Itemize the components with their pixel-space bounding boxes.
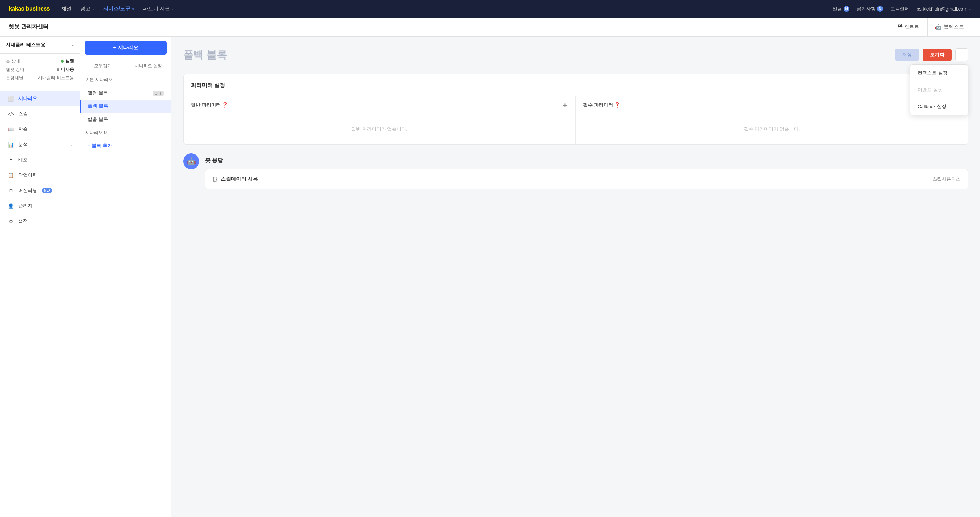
general-param-empty: 일반 파라미터가 없습니다. [183, 114, 575, 144]
nav-item-ad[interactable]: 광고 ▾ [80, 4, 94, 13]
dropdown-menu: 컨텍스트 설정 이벤트 설정 Callback 설정 [910, 64, 968, 115]
required-param-label: 필수 파라미터 ❓ [583, 102, 620, 109]
scenario-panel: + 시나리오 모두접기 시나리오 설정 기본 시나리오 ▾ 웰컴 블록 OFF … [80, 37, 172, 517]
nav-item-channel[interactable]: 채널 [61, 4, 72, 13]
nav-item-service[interactable]: 서비스/도구 ▾ [103, 4, 134, 13]
dropdown-item-callback[interactable]: Callback 설정 [910, 98, 968, 115]
bot-icon: 🤖 [935, 24, 941, 30]
logo: kakao business [9, 5, 49, 12]
sidebar-item-history[interactable]: 📋 작업이력 [0, 168, 80, 183]
chevron-down-icon: ▾ [92, 6, 94, 12]
bot-response-title: 봇 응답 [205, 157, 968, 164]
required-param-col: 필수 파라미터 ❓ ✎ ＋ 필수 파라미터가 없습니다. [576, 96, 968, 144]
welcome-block-label: 웰컴 블록 [88, 90, 108, 96]
top-nav: kakao business 채널 광고 ▾ 서비스/도구 ▾ 파트너 지원 ▾… [0, 0, 980, 18]
ml-icon: ⚙ [7, 187, 14, 194]
nav-support[interactable]: 고객센터 [890, 5, 909, 12]
status-dot-unused [57, 68, 59, 71]
chevron-down-icon: ▾ [172, 6, 174, 12]
bot-status-value: 실행 [61, 58, 74, 64]
general-param-label: 일반 파라미터 ❓ [191, 102, 228, 109]
sidebar-item-skill[interactable]: </> 스킬 [0, 106, 80, 121]
deploy-icon: ☁ [7, 156, 14, 164]
reset-button[interactable]: 초기화 [923, 49, 951, 61]
nav-user[interactable]: bs.kickflipin@gmail.com ▾ [916, 6, 971, 12]
add-general-param-button[interactable]: ＋ [562, 101, 568, 110]
scenario-icon: ⬜ [7, 95, 14, 102]
help-icon: ❓ [222, 102, 228, 108]
chatbot-admin-title: 챗봇 관리자센터 [9, 23, 49, 30]
bot-test-button[interactable]: 🤖 봇테스트 [928, 18, 971, 37]
ml-badge: ML+ [42, 188, 52, 193]
alarm-badge: N [843, 6, 850, 12]
sidebar-item-settings[interactable]: ⚙ 설정 [0, 214, 80, 229]
param-grid: 일반 파라미터 ❓ ＋ 일반 파라미터가 없습니다. 필수 파라미터 ❓ [183, 96, 968, 144]
bot-content: 봇 응답 {} 스킬데이터 사용 스킬사용취소 [205, 153, 968, 190]
bot-status-row: 봇 상태 실행 [6, 58, 74, 64]
required-param-empty: 필수 파라미터가 없습니다. [576, 114, 968, 144]
main-content: 폴백 블록 저장 초기화 ··· 컨텍스트 설정 이벤트 설정 Callback… [172, 37, 980, 517]
status-dot-running [61, 60, 64, 63]
sidebar-item-ml[interactable]: ⚙ 머신러닝 ML+ [0, 183, 80, 198]
skill-cancel-button[interactable]: 스킬사용취소 [932, 176, 961, 183]
quote-icon: ❝ [897, 24, 903, 30]
general-param-header: 일반 파라미터 ❓ ＋ [183, 96, 575, 114]
chevron-down-icon[interactable]: ▾ [72, 42, 74, 48]
basic-scenario-section[interactable]: 기본 시나리오 ▾ [80, 73, 171, 86]
skill-icon: </> [7, 110, 14, 118]
chevron-down-icon: ▾ [164, 77, 166, 83]
workspace-name: 시내폴리 테스트용 [6, 41, 45, 48]
welcome-block-row: 웰컴 블록 OFF [80, 86, 171, 100]
nav-notice[interactable]: 공지사항 N [857, 5, 883, 12]
sidebar-item-deploy[interactable]: ☁ 배포 [0, 152, 80, 168]
required-param-header: 필수 파라미터 ❓ ✎ ＋ [576, 96, 968, 114]
notice-badge: N [877, 6, 883, 12]
panel-tabs: 모두접기 시나리오 설정 [80, 59, 171, 73]
dropdown-item-context[interactable]: 컨텍스트 설정 [910, 65, 968, 81]
scenario01-label: 시나리오 01 [85, 129, 109, 136]
bot-avatar: 🤖 [183, 153, 199, 169]
skill-card: {} 스킬데이터 사용 스킬사용취소 [205, 169, 968, 190]
chevron-down-icon: ▾ [969, 6, 971, 12]
entity-button[interactable]: ❝ 엔티티 [890, 18, 928, 37]
parameter-section: 파라미터 설정 ChatGeeServer ▾ 일반 파라미터 ❓ ＋ 일반 [183, 74, 968, 145]
tab-collapse-all[interactable]: 모두접기 [80, 59, 126, 73]
more-button[interactable]: ··· [955, 48, 968, 61]
save-button[interactable]: 저장 [895, 49, 919, 61]
wallet-status-row: 웰렛 상태 미사용 [6, 67, 74, 73]
page-title: 폴백 블록 [183, 48, 968, 62]
second-nav-right: ❝ 엔티티 🤖 봇테스트 [890, 18, 971, 37]
nav-alarm[interactable]: 알림 N [833, 5, 850, 12]
fallback-block-item[interactable]: 폴백 블록 [80, 100, 171, 113]
learn-icon: 📖 [7, 126, 14, 133]
nav-items: 채널 광고 ▾ 서비스/도구 ▾ 파트너 지원 ▾ [61, 4, 821, 13]
scenario01-section[interactable]: 시나리오 01 ▾ [80, 126, 171, 139]
wallet-status-label: 웰렛 상태 [6, 67, 24, 73]
bot-avatar-icon: 🤖 [187, 157, 196, 166]
skill-left: {} 스킬데이터 사용 [213, 176, 258, 183]
tab-scenario-settings[interactable]: 시나리오 설정 [126, 59, 172, 73]
sidebar-item-scenario[interactable]: ⬜ 시나리오 [0, 91, 80, 106]
skill-label: 스킬데이터 사용 [221, 176, 258, 183]
channel-row: 운영채널 시내폴리 테스트용 [6, 75, 74, 81]
help-icon: ❓ [614, 102, 620, 108]
bot-status-label: 봇 상태 [6, 58, 20, 64]
second-nav: 챗봇 관리자센터 ❝ 엔티티 🤖 봇테스트 [0, 18, 980, 37]
parameter-section-header: 파라미터 설정 ChatGeeServer ▾ [183, 74, 968, 96]
settings-icon: ⚙ [7, 218, 14, 225]
sidebar-item-admin[interactable]: 👤 관리자 [0, 198, 80, 214]
sidebar-item-learn[interactable]: 📖 학습 [0, 121, 80, 137]
nav-item-partner[interactable]: 파트너 지원 ▾ [143, 4, 174, 13]
add-scenario-button[interactable]: + 시나리오 [84, 41, 167, 55]
skill-code-icon: {} [213, 176, 217, 183]
sidebar-header: 시내폴리 테스트용 ▾ [0, 37, 80, 54]
history-icon: 📋 [7, 172, 14, 179]
nav-right: 알림 N 공지사항 N 고객센터 bs.kickflipin@gmail.com… [833, 5, 971, 12]
off-badge: OFF [153, 91, 164, 96]
sidebar-item-analytics[interactable]: 📊 분석 ▾ [0, 137, 80, 152]
channel-label: 운영채널 [6, 75, 23, 81]
add-block-button[interactable]: + 블록 추가 [80, 139, 171, 153]
sidebar-status: 봇 상태 실행 웰렛 상태 미사용 운영채널 시내폴리 테스트용 [0, 54, 80, 88]
exit-block-item[interactable]: 탈출 블록 [80, 113, 171, 126]
sidebar-menu: ⬜ 시나리오 </> 스킬 📖 학습 📊 분석 ▾ ☁ 배포 📋 [0, 88, 80, 517]
